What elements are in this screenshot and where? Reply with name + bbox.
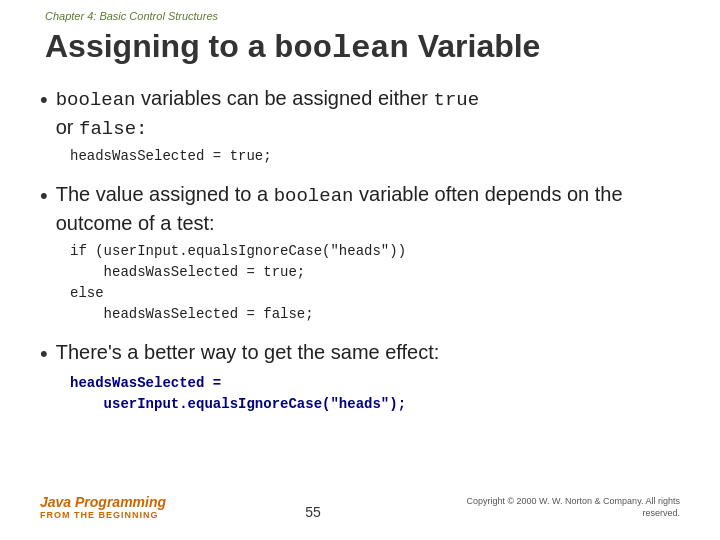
bullet1-code2: true [434, 89, 480, 111]
bullet1-code1: boolean [56, 89, 136, 111]
code-line: else [70, 283, 680, 304]
slide-title-code: boolean [274, 30, 408, 67]
code-line-highlight: headsWasSelected = [70, 373, 680, 394]
bullet-text-1: boolean variables can be assigned either… [56, 85, 479, 142]
bullet-dot-1: • [40, 86, 48, 115]
bullet2-code1: boolean [274, 185, 354, 207]
footer-page-number: 55 [305, 504, 321, 520]
footer-brand: Java Programming FROM THE BEGINNING [40, 494, 166, 520]
slide: Chapter 4: Basic Control Structures Assi… [0, 0, 720, 540]
footer-brand-sub: FROM THE BEGINNING [40, 510, 166, 520]
bullet-item-3: • There's a better way to get the same e… [40, 339, 680, 419]
footer-copyright: Copyright © 2000 W. W. Norton & Company.… [460, 495, 680, 520]
bullet-dot-3: • [40, 340, 48, 369]
code-line: headsWasSelected = false; [70, 304, 680, 325]
chapter-title: Chapter 4: Basic Control Structures [40, 10, 680, 22]
bullet-text-3: There's a better way to get the same eff… [56, 339, 440, 366]
bullet3-code-block: headsWasSelected = userInput.equalsIgnor… [70, 373, 680, 415]
bullet1-code-block: headsWasSelected = true; [70, 146, 680, 167]
bullet-item-2: • The value assigned to a boolean variab… [40, 181, 680, 329]
bullet-text-2: The value assigned to a boolean variable… [56, 181, 680, 237]
bullet2-code-block: if (userInput.equalsIgnoreCase("heads"))… [70, 241, 680, 325]
slide-content: • boolean variables can be assigned eith… [40, 85, 680, 486]
bullet-item-1: • boolean variables can be assigned eith… [40, 85, 680, 171]
bullet1-code3: false: [79, 118, 147, 140]
code-line-highlight: userInput.equalsIgnoreCase("heads"); [70, 394, 680, 415]
slide-title-rest: Variable [409, 28, 541, 64]
slide-title: Assigning to a boolean Variable [40, 28, 680, 67]
code-line: headsWasSelected = true; [70, 146, 680, 167]
footer-brand-main: Java Programming [40, 494, 166, 510]
code-line: headsWasSelected = true; [70, 262, 680, 283]
footer: Java Programming FROM THE BEGINNING 55 C… [40, 486, 680, 520]
slide-title-plain: Assigning to a [45, 28, 274, 64]
bullet-dot-2: • [40, 182, 48, 211]
code-line: if (userInput.equalsIgnoreCase("heads")) [70, 241, 680, 262]
